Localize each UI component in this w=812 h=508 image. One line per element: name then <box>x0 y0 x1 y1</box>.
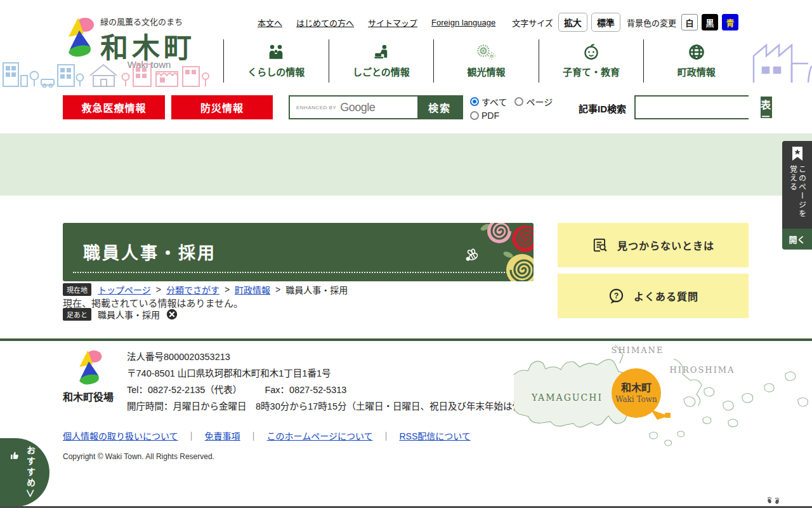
emergency-medical-button[interactable]: 救急医療情報 <box>63 95 165 119</box>
family-icon <box>266 41 285 64</box>
nav-item-childcare[interactable]: 子育て・教育 <box>539 39 644 83</box>
breadcrumb-separator: > <box>225 284 230 295</box>
tel-fax-line: Tel：0827-52-2135（代表） Fax：0827-52-5313 <box>127 382 540 398</box>
breadcrumb-band: 現在地 トップページ > 分類でさがす > 町政情報 > 職員人事・採用 足あと… <box>0 133 812 196</box>
breadcrumb: 現在地 トップページ > 分類でさがす > 町政情報 > 職員人事・採用 <box>63 283 348 296</box>
page-title: 職員人事・採用 <box>83 239 216 264</box>
footer-info: 法人番号8000020353213 〒740-8501 山口県玖珂郡和木町和木1… <box>127 349 540 415</box>
bookmark-open-button[interactable]: 開く <box>782 229 812 250</box>
cityscape-illustration <box>1 58 211 88</box>
question-bubble-icon: ? <box>608 288 625 305</box>
rose-decoration <box>462 223 534 281</box>
font-enlarge-button[interactable]: 拡大 <box>558 13 587 32</box>
bg-color-label: 背景色の変更 <box>627 17 676 29</box>
privacy-link[interactable]: 個人情報の取り扱いについて <box>63 429 178 442</box>
tel: Tel：0827-52-2135（代表） <box>127 385 242 395</box>
marker-title: 和木町 <box>621 382 652 394</box>
radio-pdf-label[interactable]: PDF <box>481 110 499 121</box>
office-hours: 開庁時間：月曜日から金曜日 8時30分から17時15分（土曜日・日曜日、祝日及び… <box>127 398 540 415</box>
not-found-help-box[interactable]: 見つからないときは <box>558 223 749 267</box>
breadcrumb-home-link[interactable]: トップページ <box>98 283 151 296</box>
footprint-badge: 足あと <box>63 308 91 321</box>
footer-links: 個人情報の取り扱いについて ｜ 免責事項 ｜ このホームページについて ｜ RS… <box>63 429 471 442</box>
site-search-box: ENHANCED BY Google 検索 <box>289 95 463 119</box>
footprints-icon <box>765 495 783 505</box>
first-time-link[interactable]: はじめての方へ <box>296 17 354 29</box>
breadcrumb-current: 職員人事・採用 <box>285 283 348 296</box>
marker-subtitle: Waki Town <box>615 395 657 404</box>
nav-item-living[interactable]: くらしの情報 <box>223 39 329 83</box>
svg-text:?: ? <box>614 291 619 300</box>
footer-link-separator: ｜ <box>187 429 196 442</box>
globe-icon <box>688 41 705 64</box>
empty-message: 現在、掲載されている情報はありません。 <box>63 296 243 309</box>
site-header: 緑の風薫る文化のまち 和木町 Waki town <box>0 0 812 133</box>
article-id-input[interactable] <box>636 97 761 118</box>
footer-link-separator: ｜ <box>381 429 390 442</box>
town-logo-icon[interactable] <box>62 17 98 58</box>
nav-label: 町政情報 <box>678 65 716 78</box>
footer-logo-icon <box>74 349 105 386</box>
search-document-icon <box>592 237 608 253</box>
bg-black-button[interactable]: 黒 <box>702 14 718 30</box>
bookmark-tab-body[interactable]: このページを覚える <box>782 141 812 229</box>
radio-pdf[interactable] <box>470 111 479 120</box>
search-scope-radios: すべて ページ PDF <box>470 95 565 123</box>
google-logo-text: Google <box>340 101 375 114</box>
nav-item-tourism[interactable]: 観光情報 <box>433 39 539 83</box>
help-box-label: 見つからないときは <box>617 237 714 253</box>
location-map: SHIMANE HIROSHIMA YAMAGUCHI 和木町 Waki Tow… <box>514 341 812 455</box>
thumbs-up-icon <box>10 451 20 460</box>
baby-icon <box>582 41 600 64</box>
search-button[interactable]: 検索 <box>417 97 462 118</box>
disaster-prevention-button[interactable]: 防災情報 <box>171 95 273 119</box>
waki-town-marker: 和木町 Waki Town <box>612 368 671 420</box>
current-location-badge: 現在地 <box>63 283 91 296</box>
waki-town-page: 緑の風薫る文化のまち 和木町 Waki town <box>0 0 812 508</box>
nav-label: しごとの情報 <box>353 65 410 78</box>
radio-all[interactable] <box>470 97 479 106</box>
recommend-tab-label: おすすめ＞ <box>24 446 37 500</box>
office-address: 〒740-8501 山口県玖珂郡和木町和木1丁目1番1号 <box>127 365 540 382</box>
rss-link[interactable]: RSS配信について <box>399 429 470 442</box>
enhanced-by-label: ENHANCED BY <box>296 105 336 110</box>
site-search-input[interactable]: ENHANCED BY Google <box>290 97 417 118</box>
article-id-search-label: 記事ID検索 <box>579 102 626 115</box>
bg-blue-button[interactable]: 青 <box>722 14 738 30</box>
radio-all-label[interactable]: すべて <box>481 95 507 108</box>
bg-white-button[interactable]: 白 <box>681 14 698 30</box>
skip-to-content-link[interactable]: 本文へ <box>258 17 282 29</box>
bookmark-tab-label: このページを覚える <box>789 165 806 225</box>
worker-icon <box>372 41 391 64</box>
font-standard-button[interactable]: 標準 <box>591 13 620 32</box>
nav-item-work[interactable]: しごとの情報 <box>329 39 434 83</box>
nav-label: くらしの情報 <box>247 65 304 78</box>
nav-label: 子育て・教育 <box>563 65 620 78</box>
radio-page-label[interactable]: ページ <box>526 95 553 108</box>
footprint-item: 職員人事・採用 <box>98 308 160 321</box>
show-button[interactable]: 表示 <box>761 97 772 118</box>
fax: Fax：0827-52-5313 <box>265 385 346 395</box>
corporate-number: 法人番号8000020353213 <box>127 349 540 365</box>
faq-box[interactable]: ? よくある質問 <box>558 274 749 318</box>
close-icon[interactable] <box>166 309 178 320</box>
map-label-hiroshima: HIROSHIMA <box>670 365 735 375</box>
copyright-text: Copyright © Waki Town. All Rights Reserv… <box>63 452 214 461</box>
bookmark-side-tab[interactable]: このページを覚える 開く <box>782 141 812 250</box>
sitemap-link[interactable]: サイトマップ <box>368 17 417 29</box>
map-label-yamaguchi: YAMAGUCHI <box>531 392 603 403</box>
article-id-box: 表示 <box>634 95 749 119</box>
about-site-link[interactable]: このホームページについて <box>267 429 373 442</box>
factory-illustration <box>750 38 812 84</box>
foreign-language-link[interactable]: Foreign language <box>431 18 495 27</box>
utility-bar: 本文へ はじめての方へ サイトマップ Foreign language 文字サイ… <box>258 13 742 32</box>
radio-page[interactable] <box>514 97 523 106</box>
disclaimer-link[interactable]: 免責事項 <box>205 429 240 442</box>
recommend-tab[interactable]: おすすめ＞ <box>0 438 49 507</box>
breadcrumb-government-link[interactable]: 町政情報 <box>235 283 270 296</box>
office-name: 和木町役場 <box>63 389 120 404</box>
title-underline <box>73 272 522 273</box>
breadcrumb-category-link[interactable]: 分類でさがす <box>166 283 219 296</box>
footer-link-separator: ｜ <box>249 429 258 442</box>
nav-item-government[interactable]: 町政情報 <box>643 39 749 83</box>
